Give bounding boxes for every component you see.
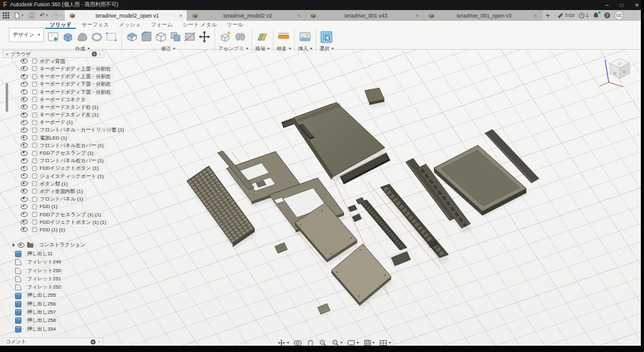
move-icon[interactable] xyxy=(197,30,211,45)
browser-item[interactable]: キーボードボディ上面・分割右 xyxy=(21,65,127,72)
browser-item[interactable]: キーボードスタンド左 (1) xyxy=(21,111,127,118)
feature-item[interactable]: フィレット251 xyxy=(15,276,64,282)
tab-close-icon[interactable]: × xyxy=(416,13,419,19)
new-tab-button[interactable]: + xyxy=(542,10,553,21)
comment-bar[interactable]: コメント › xyxy=(3,338,103,346)
undo-button[interactable]: ↶ xyxy=(40,13,48,19)
document-tab-3[interactable]: teradrive_001 v43 × xyxy=(306,10,424,21)
visibility-eye-icon[interactable] xyxy=(21,58,28,63)
feature-item[interactable]: フィレット249 xyxy=(15,259,64,265)
alerts-button[interactable] xyxy=(592,12,600,19)
primitive-box-icon[interactable] xyxy=(104,30,118,45)
maximize-button[interactable]: □ xyxy=(620,2,623,8)
visibility-eye-icon[interactable] xyxy=(18,243,25,248)
browser-item[interactable]: FDDイジェクトボタン (1) xyxy=(21,165,127,172)
tab-close-icon[interactable]: × xyxy=(179,13,182,19)
browser-item[interactable]: フロントパネル右カバー (1) xyxy=(21,157,127,164)
browser-item[interactable]: キーボードスタンド右 (1) xyxy=(21,104,127,111)
visibility-eye-icon[interactable] xyxy=(21,89,28,94)
visibility-eye-icon[interactable] xyxy=(21,219,28,224)
comment-expand-icon[interactable]: › xyxy=(98,339,100,344)
create-sketch-icon[interactable] xyxy=(47,30,60,45)
browser-item[interactable]: フロントパネル (1) xyxy=(21,195,127,202)
shell-icon[interactable] xyxy=(154,30,168,45)
visibility-eye-icon[interactable] xyxy=(21,204,28,209)
browser-item[interactable]: キーボード (1) xyxy=(21,119,127,126)
visibility-eye-icon[interactable] xyxy=(21,181,28,186)
notifications-button[interactable]: 1 xyxy=(579,13,589,19)
measure-icon[interactable] xyxy=(277,30,291,45)
visibility-eye-icon[interactable] xyxy=(21,120,28,125)
visibility-eye-icon[interactable] xyxy=(21,66,28,71)
visibility-eye-icon[interactable] xyxy=(21,212,28,217)
new-component-icon[interactable] xyxy=(219,30,233,45)
press-pull-icon[interactable] xyxy=(125,30,139,45)
visibility-eye-icon[interactable] xyxy=(21,74,28,79)
design-workspace-menu[interactable]: デザイン xyxy=(9,28,44,42)
browser-item[interactable]: キーボードコネクタ xyxy=(21,96,127,103)
browser-item[interactable]: FDDイジェクトボタン (1) (1) xyxy=(21,219,127,226)
feature-item[interactable]: 押し出し257 xyxy=(15,309,64,316)
file-menu-button[interactable] xyxy=(14,12,24,19)
visibility-eye-icon[interactable] xyxy=(21,151,28,156)
browser-item[interactable]: FDD (1) xyxy=(21,204,127,211)
visibility-eye-icon[interactable] xyxy=(21,143,28,148)
construction-folder[interactable]: コンストラクション xyxy=(13,242,89,248)
app-grid-icon[interactable] xyxy=(3,12,9,19)
save-icon[interactable] xyxy=(28,12,35,19)
visibility-eye-icon[interactable] xyxy=(21,113,28,118)
fillet-icon[interactable] xyxy=(140,30,153,45)
browser-item[interactable]: FDDアクセスランプ (1) (1) xyxy=(21,211,127,218)
group-label-create[interactable]: 作成 xyxy=(75,45,90,52)
browser-item[interactable]: ボディ背面 xyxy=(21,58,127,65)
document-tab-4[interactable]: teradrive_001_open v3 × xyxy=(424,10,542,21)
insert-image-icon[interactable] xyxy=(298,30,312,45)
tab-close-icon[interactable]: × xyxy=(534,13,537,19)
feature-item[interactable]: フィレット250 xyxy=(15,268,64,274)
browser-item[interactable]: フロントパネル・カートリッジ蓋 (1) xyxy=(21,127,127,134)
browser-item[interactable]: ジョイスティックポート (1) xyxy=(21,173,127,180)
visibility-eye-icon[interactable] xyxy=(21,189,28,194)
user-avatar[interactable]: GC xyxy=(614,11,624,20)
browser-scrollbar[interactable] xyxy=(6,83,8,112)
minimize-button[interactable]: – xyxy=(606,2,609,8)
redo-button[interactable]: ↷ xyxy=(53,13,62,19)
help-icon[interactable]: ? xyxy=(604,12,611,19)
tab-close-icon[interactable]: × xyxy=(297,13,301,19)
feature-item[interactable]: 押し出し255 xyxy=(15,292,64,299)
construction-plane-icon[interactable] xyxy=(255,30,269,45)
feature-item[interactable]: 押し出し256 xyxy=(15,301,64,307)
group-label-insert[interactable]: 挿入 xyxy=(298,45,313,52)
browser-item[interactable]: キーボードボディ下面・分割左 xyxy=(21,81,127,88)
ribbon-tab-form[interactable]: フォーム xyxy=(147,21,177,29)
ribbon-tab-solid[interactable]: ソリッド xyxy=(45,21,76,29)
joint-icon[interactable] xyxy=(233,30,247,45)
visibility-eye-icon[interactable] xyxy=(21,135,28,140)
browser-item[interactable]: ボタン類 (1) xyxy=(21,180,127,187)
panel-options-icon[interactable] xyxy=(92,52,97,57)
select-icon[interactable] xyxy=(319,30,333,45)
browser-item[interactable]: フロントパネル左カバー (1) xyxy=(21,142,127,149)
browser-item[interactable]: FDD (1) (1) xyxy=(21,226,127,233)
group-label-assemble[interactable]: アセンブリ xyxy=(218,45,248,52)
extrude-icon[interactable] xyxy=(61,30,75,45)
group-label-modify[interactable]: 修正 xyxy=(161,45,175,52)
browser-item[interactable]: ボディ全面内部 (1) xyxy=(21,188,127,195)
browser-item[interactable]: 電源LED (1) xyxy=(21,135,127,141)
viewcube[interactable]: 上 前 右 xyxy=(610,58,630,79)
visibility-eye-icon[interactable] xyxy=(21,197,28,202)
browser-item[interactable]: キーボードボディ下面・分割右 xyxy=(21,89,127,96)
ribbon-tab-mesh[interactable]: メッシュ xyxy=(114,21,145,29)
visibility-eye-icon[interactable] xyxy=(21,227,28,232)
split-body-icon[interactable] xyxy=(183,30,197,45)
feature-item[interactable]: 押し出し11 xyxy=(15,251,64,257)
group-label-construct[interactable]: 構築 xyxy=(255,45,270,52)
ribbon-tab-tools[interactable]: ツール xyxy=(223,21,248,29)
visibility-eye-icon[interactable] xyxy=(21,97,28,102)
feature-item[interactable]: フィレット252 xyxy=(15,284,64,290)
loft-icon[interactable] xyxy=(75,30,89,45)
browser-item[interactable]: FDDアクセスランプ (1) xyxy=(21,150,127,157)
close-button[interactable]: ✕ xyxy=(635,2,639,8)
expand-arrow-icon[interactable] xyxy=(13,243,15,247)
feature-item[interactable]: 押し出し334 xyxy=(15,326,64,333)
